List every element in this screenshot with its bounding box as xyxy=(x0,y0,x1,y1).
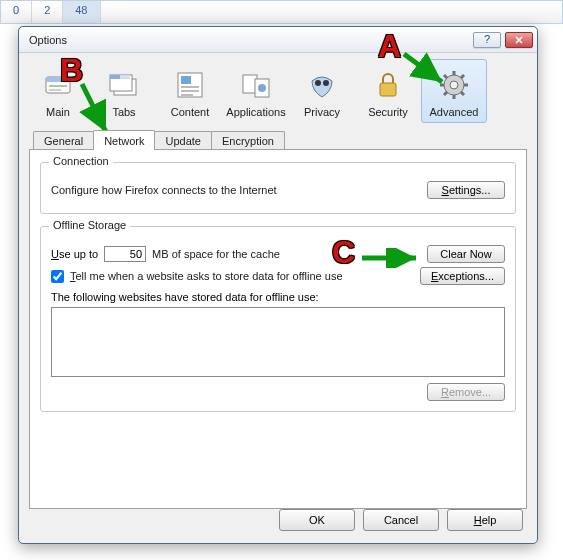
svg-line-29 xyxy=(444,92,447,95)
svg-rect-4 xyxy=(49,89,61,91)
category-privacy[interactable]: Privacy xyxy=(289,59,355,123)
category-label: Tabs xyxy=(112,106,135,118)
tell-me-checkbox[interactable] xyxy=(51,270,64,283)
ok-button[interactable]: OK xyxy=(279,509,355,531)
tell-me-label: Tell me when a website asks to store dat… xyxy=(70,270,420,282)
category-tabs[interactable]: Tabs xyxy=(91,59,157,123)
svg-rect-12 xyxy=(181,90,199,92)
dialog-buttons: OK Cancel Help xyxy=(279,509,523,531)
category-label: Main xyxy=(46,106,70,118)
svg-line-28 xyxy=(461,75,464,78)
svg-rect-2 xyxy=(46,77,70,82)
offline-storage-group: Offline Storage Use up to MB of space fo… xyxy=(40,226,516,412)
bg-col-1: 2 xyxy=(32,1,63,23)
titlebar: Options ? xyxy=(19,27,537,53)
cancel-button[interactable]: Cancel xyxy=(363,509,439,531)
storage-title: Offline Storage xyxy=(49,219,130,231)
offline-sites-listbox[interactable] xyxy=(51,307,505,377)
security-icon xyxy=(372,69,404,103)
svg-rect-13 xyxy=(181,94,193,96)
svg-line-26 xyxy=(444,75,447,78)
options-dialog: Options ? Main Tabs Content xyxy=(18,26,538,544)
tab-encryption[interactable]: Encryption xyxy=(211,131,285,150)
mb-label: MB of space for the cache xyxy=(152,248,427,260)
following-label: The following websites have stored data … xyxy=(51,291,505,303)
category-label: Applications xyxy=(226,106,285,118)
main-icon xyxy=(42,69,74,103)
category-content[interactable]: Content xyxy=(157,59,223,123)
category-label: Content xyxy=(171,106,210,118)
svg-rect-19 xyxy=(380,83,396,96)
connection-group: Connection Configure how Firefox connect… xyxy=(40,162,516,214)
remove-button: Remove... xyxy=(427,383,505,401)
content-area: General Network Update Encryption Connec… xyxy=(29,127,527,493)
use-up-to-label: Use up to xyxy=(51,248,98,260)
help-window-button[interactable]: ? xyxy=(473,32,501,48)
svg-rect-7 xyxy=(110,75,120,79)
category-label: Advanced xyxy=(430,106,479,118)
svg-text:?: ? xyxy=(484,35,490,45)
applications-icon xyxy=(240,69,272,103)
clear-now-button[interactable]: Clear Now xyxy=(427,245,505,263)
svg-rect-3 xyxy=(49,85,67,87)
category-bar: Main Tabs Content Applications Privacy xyxy=(19,53,537,123)
settings-button[interactable]: SSettings...ettings... xyxy=(427,181,505,199)
svg-point-16 xyxy=(258,84,266,92)
tab-update[interactable]: Update xyxy=(154,131,211,150)
tab-network[interactable]: Network xyxy=(93,130,155,150)
svg-rect-11 xyxy=(181,86,199,88)
category-label: Privacy xyxy=(304,106,340,118)
content-icon xyxy=(174,69,206,103)
svg-rect-10 xyxy=(181,76,191,84)
network-panel: Connection Configure how Firefox connect… xyxy=(29,149,527,509)
category-main[interactable]: Main xyxy=(25,59,91,123)
subtabs: General Network Update Encryption xyxy=(29,127,527,149)
privacy-icon xyxy=(306,69,338,103)
tabs-icon xyxy=(108,69,140,103)
tab-general[interactable]: General xyxy=(33,131,94,150)
svg-point-17 xyxy=(315,80,321,86)
close-window-button[interactable] xyxy=(505,32,533,48)
svg-line-27 xyxy=(461,92,464,95)
exceptions-button[interactable]: Exceptions... xyxy=(420,267,505,285)
gear-icon xyxy=(438,69,470,103)
cache-size-input[interactable] xyxy=(104,246,146,262)
background-header: 0 2 48 xyxy=(0,0,563,24)
connection-title: Connection xyxy=(49,155,113,167)
svg-point-18 xyxy=(323,80,329,86)
svg-point-21 xyxy=(450,81,458,89)
category-advanced[interactable]: Advanced xyxy=(421,59,487,123)
help-button[interactable]: Help xyxy=(447,509,523,531)
category-security[interactable]: Security xyxy=(355,59,421,123)
dialog-title: Options xyxy=(23,34,469,46)
category-label: Security xyxy=(368,106,408,118)
category-applications[interactable]: Applications xyxy=(223,59,289,123)
connection-text: Configure how Firefox connects to the In… xyxy=(51,184,427,196)
bg-col-2: 48 xyxy=(63,1,100,23)
svg-rect-8 xyxy=(120,75,130,79)
bg-col-0: 0 xyxy=(1,1,32,23)
